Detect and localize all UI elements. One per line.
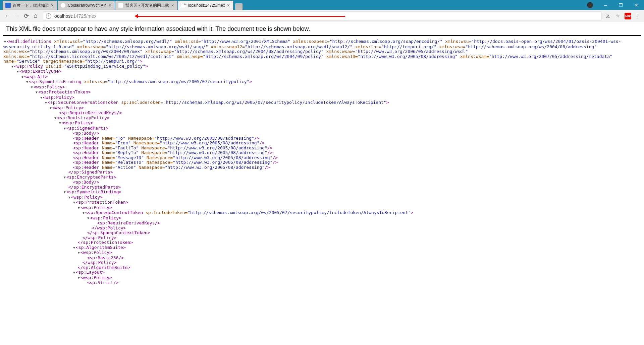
toggle-icon[interactable]: ▼	[35, 90, 38, 95]
xml-node: <sp:Strict/>	[3, 280, 641, 285]
favicon	[118, 3, 123, 8]
toggle-icon[interactable]: ▼	[63, 126, 66, 131]
minimize-button[interactable]: ─	[598, 0, 613, 10]
xml-node[interactable]: ▼<wsp:Policy>	[3, 275, 641, 281]
xml-node[interactable]: ▼<sp:AlgorithmSuite>	[3, 245, 641, 251]
xml-node[interactable]: ▼<wsp:Policy>	[3, 85, 641, 90]
xml-node: </sp:AlgorithmSuite>	[3, 265, 641, 270]
xml-node[interactable]: ▼<sp:SymmetricBinding>	[3, 190, 641, 195]
bookmark-icon[interactable]: ☆	[614, 13, 621, 19]
xml-node[interactable]: ▼<wsp:Policy>	[3, 121, 641, 126]
tab-label: localhost:14725/mex	[188, 3, 225, 8]
xml-node[interactable]: ▼<sp:EncryptedParts>	[3, 175, 641, 180]
xml-node[interactable]: ▼<sp:ProtectionToken>	[3, 90, 641, 95]
xml-node[interactable]: ▼<sp:SymmetricBinding xmlns:sp="http://s…	[3, 79, 641, 85]
menu-button[interactable]: ⋮	[635, 13, 641, 19]
tab-strip: 百度一下，你就知道× Coldairarrow/Wcf: A h× 博客园 - …	[0, 0, 243, 10]
close-window-button[interactable]: ✕	[629, 0, 644, 10]
tab-cnblogs[interactable]: 博客园 - 开发者的网上家×	[115, 1, 177, 10]
toggle-icon[interactable]: ▼	[77, 206, 80, 211]
close-icon[interactable]: ×	[227, 3, 230, 8]
toggle-icon[interactable]: ▼	[87, 216, 90, 221]
xml-node: <sp:Body/>	[3, 131, 641, 136]
tab-github[interactable]: Coldairarrow/Wcf: A h×	[58, 1, 115, 10]
xml-node: <sp:RequireDerivedKeys/>	[3, 221, 641, 226]
toggle-icon[interactable]: ▼	[40, 95, 43, 100]
xml-node: </sp:ProtectionToken>	[3, 240, 641, 245]
close-icon[interactable]: ×	[109, 3, 111, 8]
tab-label: Coldairarrow/Wcf: A h	[68, 3, 106, 8]
toggle-icon[interactable]: ▼	[77, 276, 80, 281]
toggle-icon[interactable]: ▼	[72, 246, 76, 251]
toggle-icon[interactable]: ▼	[21, 75, 24, 80]
xml-notice: This XML file does not appear to have an…	[3, 22, 641, 36]
toggle-icon[interactable]: ▼	[72, 270, 76, 275]
xml-node[interactable]: ▼<wsp:Policy>	[3, 205, 641, 211]
toggle-icon[interactable]: ▼	[3, 40, 7, 45]
back-button[interactable]: ←	[3, 11, 12, 21]
tab-localhost[interactable]: localhost:14725/mex×	[178, 1, 233, 10]
xml-node[interactable]: ▼<sp:SecureConversationToken sp:IncludeT…	[3, 100, 641, 106]
url-path: :14725/mex	[72, 13, 96, 19]
xml-tree: ▼<wsdl:definitions xmlns:wsdl="http://sc…	[0, 36, 644, 292]
xml-node[interactable]: ▼<wsp:Policy>	[3, 106, 641, 111]
toggle-icon[interactable]: ▼	[16, 69, 19, 74]
toggle-icon[interactable]: ▼	[30, 85, 34, 90]
user-icon	[587, 2, 593, 8]
xml-node[interactable]: ▼<wsp:Policy>	[3, 250, 641, 256]
translate-icon[interactable]: 文	[604, 13, 611, 19]
xml-node[interactable]: ▼<wsdl:definitions xmlns:wsdl="http://sc…	[3, 39, 641, 64]
xml-node[interactable]: ▼<sp:ProtectionToken>	[3, 200, 641, 205]
page-icon	[181, 3, 186, 8]
xml-node[interactable]: ▼<wsp:Policy>	[3, 95, 641, 100]
xml-node: <sp:Header Name="Action" Namespace="http…	[3, 165, 641, 170]
close-icon[interactable]: ×	[51, 3, 54, 8]
xml-node: <sp:Header Name="To" Namespace="http://w…	[3, 136, 641, 141]
reload-button[interactable]: ⟳	[21, 11, 31, 21]
toggle-icon[interactable]: ▼	[49, 106, 52, 111]
user-button[interactable]	[582, 0, 598, 10]
xml-node: <sp:Body/>	[3, 180, 641, 185]
xml-node: </sp:EncryptedParts>	[3, 185, 641, 190]
xml-node: <sp:RequireDerivedKeys/>	[3, 111, 641, 116]
xml-node[interactable]: ▼<wsp:All>	[3, 74, 641, 80]
xml-node[interactable]: ▼<wsp:Policy>	[3, 216, 641, 221]
favicon	[5, 3, 11, 8]
tab-baidu[interactable]: 百度一下，你就知道×	[3, 1, 57, 10]
toggle-icon[interactable]: ▼	[82, 211, 85, 216]
maximize-button[interactable]: ❐	[613, 0, 629, 10]
toggle-icon[interactable]: ▼	[11, 64, 14, 69]
abp-extension-icon[interactable]: ABP	[625, 13, 631, 19]
xml-node: </sp:SpnegoContextToken>	[3, 230, 641, 235]
xml-node[interactable]: ▼<wsp:ExactlyOne>	[3, 69, 641, 74]
favicon	[60, 3, 66, 8]
toggle-icon[interactable]: ▼	[68, 195, 71, 200]
new-tab-button[interactable]	[235, 3, 243, 10]
xml-node[interactable]: ▼<sp:SignedParts>	[3, 126, 641, 131]
forward-button[interactable]: →	[12, 11, 21, 21]
close-icon[interactable]: ×	[171, 3, 174, 8]
toggle-icon[interactable]: ▼	[72, 200, 76, 205]
toggle-icon[interactable]: ▼	[63, 175, 66, 180]
toolbar-right: 文 ☆ ABP ⋮	[604, 13, 641, 19]
toggle-icon[interactable]: ▼	[58, 121, 62, 126]
xml-node[interactable]: ▼<wsp:Policy wsu:Id="WSHttpBinding_IServ…	[3, 64, 641, 69]
toggle-icon[interactable]: ▼	[54, 116, 57, 121]
tab-label: 百度一下，你就知道	[13, 3, 49, 8]
toggle-icon[interactable]: ▼	[63, 190, 66, 195]
xml-node[interactable]: ▼<sp:BootstrapPolicy>	[3, 116, 641, 121]
address-bar[interactable]: i localhost:14725/mex	[43, 11, 602, 21]
xml-node[interactable]: ▼<sp:SpnegoContextToken sp:IncludeToken=…	[3, 210, 641, 216]
toggle-icon[interactable]: ▼	[25, 80, 29, 85]
xml-node[interactable]: ▼<sp:Layout>	[3, 270, 641, 275]
xml-node: <sp:Header Name="From" Namespace="http:/…	[3, 141, 641, 146]
xml-node: <sp:Header Name="MessageID" Namespace="h…	[3, 155, 641, 160]
toolbar: ← → ⟳ ⌂ i localhost:14725/mex 文 ☆ ABP ⋮	[0, 10, 644, 22]
xml-node[interactable]: ▼<wsp:Policy>	[3, 195, 641, 200]
toggle-icon[interactable]: ▼	[44, 100, 48, 106]
toggle-icon[interactable]: ▼	[77, 251, 80, 256]
xml-node: </sp:SignedParts>	[3, 170, 641, 175]
site-info-icon[interactable]: i	[46, 13, 51, 19]
xml-node: <sp:Basic256/>	[3, 256, 641, 261]
home-button[interactable]: ⌂	[31, 11, 40, 21]
